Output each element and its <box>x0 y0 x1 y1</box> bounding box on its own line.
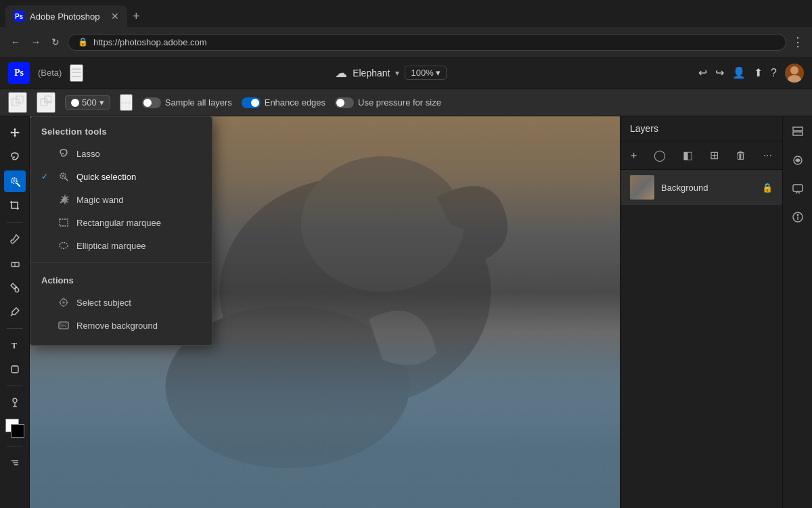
shape-tool-button[interactable] <box>4 359 26 380</box>
remove-background-item[interactable]: Remove background <box>30 314 212 337</box>
quick-selection-tool-button[interactable] <box>4 170 26 192</box>
rect-marquee-check <box>41 218 51 227</box>
adjustment-layer-button[interactable]: ◧ <box>681 147 695 164</box>
eraser-tool-button[interactable] <box>4 252 26 274</box>
layers-panel: Layers + ◯ ◧ ⊞ 🗑 ··· Background 🔒 <box>620 116 782 508</box>
new-tab-button[interactable]: + <box>133 9 140 24</box>
use-pressure-label: Use pressure for size <box>358 97 441 108</box>
group-layer-button[interactable]: ⊞ <box>708 147 721 164</box>
svg-point-1 <box>788 75 801 83</box>
avatar[interactable] <box>785 64 804 83</box>
svg-point-25 <box>62 175 64 177</box>
lasso-label: Lasso <box>76 149 100 159</box>
zoom-level-button[interactable]: 100% ▾ <box>405 66 447 80</box>
svg-rect-14 <box>12 366 18 373</box>
main-area: T <box>0 116 812 508</box>
ps-logo: Ps <box>8 62 30 84</box>
rect-marquee-item[interactable]: Rectangular marquee <box>30 211 212 234</box>
undo-button[interactable]: ↩ <box>698 66 707 79</box>
brush-dot-icon <box>71 99 79 107</box>
eyedropper-color-button[interactable] <box>4 392 26 413</box>
adjustments-button[interactable] <box>788 150 808 173</box>
filename-chevron-icon[interactable]: ▾ <box>395 68 399 78</box>
delete-layer-button[interactable]: 🗑 <box>734 147 748 164</box>
text-tool-button[interactable]: T <box>4 334 26 356</box>
eyedropper-tool-button[interactable] <box>4 301 26 323</box>
sample-all-layers-toggle-group: Sample all layers <box>142 97 232 108</box>
mask-layer-button[interactable]: ◯ <box>652 147 668 164</box>
add-selection-button[interactable] <box>8 92 27 113</box>
more-options-button[interactable]: ··· <box>120 94 133 111</box>
move-tool-button[interactable] <box>4 122 26 143</box>
svg-point-15 <box>13 398 17 402</box>
browser-menu-icon[interactable]: ⋮ <box>792 34 804 49</box>
lasso-item[interactable]: Lasso <box>30 142 212 165</box>
svg-point-0 <box>790 66 798 74</box>
svg-line-8 <box>17 183 20 186</box>
tab-favicon: Ps <box>14 11 24 22</box>
toolbar-separator-4 <box>7 446 23 446</box>
ellip-marquee-icon <box>58 239 70 252</box>
svg-point-9 <box>13 179 16 182</box>
tab-close-button[interactable]: ✕ <box>111 11 119 22</box>
ps-right-icons: ↩ ↪ 👤 ⬆ ? <box>698 64 804 83</box>
paint-bucket-tool-button[interactable] <box>4 277 26 298</box>
quick-selection-check: ✓ <box>41 172 51 181</box>
nav-bar: ← → ↻ 🔒 https://photoshop.adobe.com ⋮ <box>0 27 812 57</box>
water-effect <box>30 331 620 508</box>
canvas-area[interactable]: Selection tools Lasso ✓ Quick selection <box>30 116 620 508</box>
remove-background-label: Remove background <box>76 321 158 331</box>
toolbar-separator <box>7 222 23 223</box>
sort-tool-button[interactable] <box>4 452 26 474</box>
forward-button[interactable]: → <box>28 34 43 50</box>
profile-button[interactable]: 👤 <box>732 66 746 79</box>
select-subject-item[interactable]: Select subject <box>30 291 212 314</box>
sample-all-layers-label: Sample all layers <box>165 97 232 108</box>
ellip-marquee-check <box>41 241 51 250</box>
quick-selection-icon <box>58 170 70 183</box>
layer-thumbnail <box>630 175 654 200</box>
use-pressure-toggle[interactable] <box>335 97 354 108</box>
brush-tool-button[interactable] <box>4 228 26 250</box>
help-button[interactable]: ? <box>771 67 777 79</box>
chat-button[interactable] <box>788 179 808 202</box>
svg-text:T: T <box>12 341 17 350</box>
quick-selection-item[interactable]: ✓ Quick selection <box>30 165 212 188</box>
magic-wand-check <box>41 195 51 204</box>
ellip-marquee-item[interactable]: Elliptical marquee <box>30 234 212 257</box>
tab-bar: Ps Adobe Photoshop ✕ + <box>0 0 812 27</box>
info-button[interactable] <box>788 207 808 230</box>
url-text: https://photoshop.adobe.com <box>93 37 207 47</box>
brush-size-button[interactable]: 500 ▾ <box>65 95 110 110</box>
enhance-edges-toggle[interactable] <box>242 97 261 108</box>
add-layer-button[interactable]: + <box>629 147 639 164</box>
share-button[interactable]: ⬆ <box>754 66 763 79</box>
magic-wand-item[interactable]: Magic wand <box>30 188 212 211</box>
ps-title-center: ☁ Elephant ▾ 100% ▾ <box>91 66 690 80</box>
layers-view-button[interactable] <box>788 122 808 145</box>
remove-bg-check <box>41 321 51 330</box>
address-bar[interactable]: 🔒 https://photoshop.adobe.com <box>68 34 786 51</box>
background-color[interactable] <box>11 424 24 438</box>
redo-button[interactable]: ↪ <box>715 66 724 79</box>
svg-point-44 <box>797 214 798 216</box>
back-button[interactable]: ← <box>8 34 23 50</box>
svg-rect-41 <box>793 185 803 191</box>
select-subject-check <box>41 298 51 307</box>
layer-actions-row: + ◯ ◧ ⊞ 🗑 ··· <box>621 141 782 170</box>
crop-tool-button[interactable] <box>4 195 26 216</box>
more-layer-options-button[interactable]: ··· <box>761 147 774 164</box>
layer-item[interactable]: Background 🔒 <box>621 170 782 205</box>
reload-button[interactable]: ↻ <box>49 34 62 50</box>
actions-section-title: Actions <box>30 269 212 291</box>
color-indicator <box>5 419 24 438</box>
rect-marquee-icon <box>58 216 70 229</box>
lasso-tool-button[interactable] <box>4 146 26 168</box>
svg-point-22 <box>301 156 464 292</box>
hamburger-menu-button[interactable]: ☰ <box>70 64 83 82</box>
sample-all-layers-toggle[interactable] <box>142 97 161 108</box>
lasso-check <box>41 149 51 158</box>
dropdown-divider <box>30 262 212 263</box>
browser-tab[interactable]: Ps Adobe Photoshop ✕ <box>5 5 127 27</box>
subtract-selection-button[interactable] <box>37 92 55 113</box>
